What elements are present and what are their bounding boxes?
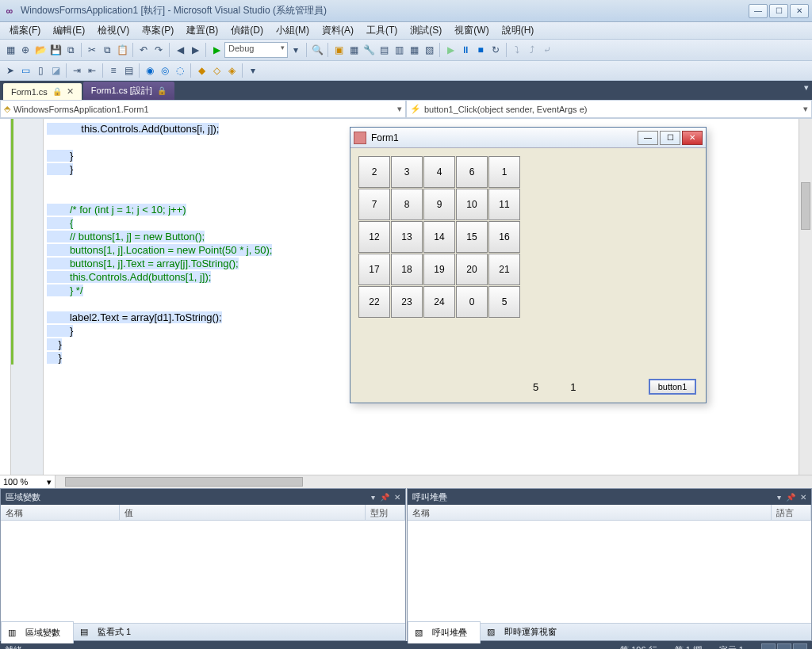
close-button[interactable]: ✕: [790, 4, 809, 18]
menu-window[interactable]: 視窗(W): [448, 22, 495, 39]
menu-team[interactable]: 小組(M): [270, 22, 316, 39]
start-icon[interactable]: ▶: [209, 43, 224, 57]
grid-button[interactable]: 6: [456, 156, 488, 188]
undo-icon[interactable]: ↶: [136, 43, 151, 57]
grid-button[interactable]: 22: [358, 286, 390, 318]
grid-button[interactable]: 1: [488, 156, 520, 188]
comment-icon[interactable]: ▭: [18, 63, 33, 78]
col-name[interactable]: 名稱: [1, 505, 120, 520]
horizontal-scrollbar[interactable]: [56, 475, 812, 488]
panel-body[interactable]: [1, 521, 405, 623]
grid-button[interactable]: 10: [456, 189, 488, 220]
minimize-button[interactable]: —: [749, 4, 768, 18]
tab-watch[interactable]: ▤ 監看式 1: [74, 621, 144, 643]
grid-button[interactable]: 2: [358, 156, 390, 188]
grid-button[interactable]: 7: [358, 189, 390, 220]
grid-button[interactable]: 15: [456, 221, 488, 253]
output-icon[interactable]: ▥: [392, 43, 406, 57]
grid-button[interactable]: 18: [391, 254, 423, 285]
panel-header[interactable]: 區域變數 ▾ 📌 ✕: [1, 489, 405, 505]
dropdown-icon[interactable]: ▾: [777, 493, 781, 502]
form-minimize-button[interactable]: —: [638, 131, 658, 145]
class-view-icon[interactable]: ▤: [377, 43, 391, 57]
panel-header[interactable]: 呼叫堆疊 ▾ 📌 ✕: [408, 489, 812, 505]
status-icon-2[interactable]: [777, 643, 791, 649]
grid-button[interactable]: 24: [423, 286, 455, 318]
grid-button[interactable]: 0: [456, 286, 488, 318]
grid-button[interactable]: 14: [423, 221, 455, 253]
nav-back-icon[interactable]: ◀: [173, 43, 187, 57]
pointer-icon[interactable]: ➤: [3, 63, 17, 78]
grid-button[interactable]: 9: [423, 189, 455, 220]
menu-view[interactable]: 檢視(V): [91, 22, 136, 39]
continue-icon[interactable]: ▶: [443, 43, 458, 57]
error-list-icon[interactable]: ▦: [407, 43, 421, 57]
button1[interactable]: button1: [649, 379, 696, 395]
vertical-scrollbar[interactable]: [799, 119, 812, 475]
step-out-icon[interactable]: ⤶: [540, 43, 554, 57]
zoom-dropdown[interactable]: 100 %▾: [0, 475, 56, 488]
copy-icon[interactable]: ⧉: [100, 43, 114, 57]
blue-icon-2[interactable]: ◎: [158, 63, 172, 78]
pin-icon[interactable]: 🔒: [52, 87, 62, 96]
grid-button[interactable]: 13: [391, 221, 423, 253]
menu-build[interactable]: 建置(B): [180, 22, 224, 39]
region-icon[interactable]: ▤: [121, 63, 136, 78]
grid-button[interactable]: 12: [358, 221, 390, 253]
close-icon[interactable]: ✕: [394, 493, 400, 502]
tab-form1-cs[interactable]: Form1.cs 🔒 ✕: [3, 83, 82, 100]
orange-icon-2[interactable]: ◇: [209, 63, 224, 78]
menu-data[interactable]: 資料(A): [316, 22, 360, 39]
config-dropdown[interactable]: Debug: [224, 42, 288, 58]
col-name[interactable]: 名稱: [408, 505, 772, 520]
pin-icon[interactable]: 📌: [786, 493, 795, 502]
save-icon[interactable]: 💾: [48, 43, 63, 57]
maximize-button[interactable]: ☐: [769, 4, 788, 18]
grid-button[interactable]: 20: [456, 254, 488, 285]
pause-icon[interactable]: ⏸: [458, 43, 473, 57]
menu-test[interactable]: 測試(S): [404, 22, 448, 39]
col-lang[interactable]: 語言: [772, 505, 811, 520]
panel-body[interactable]: [408, 521, 812, 623]
menu-project[interactable]: 專案(P): [136, 22, 180, 39]
stop-icon[interactable]: ■: [473, 43, 488, 57]
blue-icon-3[interactable]: ◌: [173, 63, 187, 78]
grid-button[interactable]: 4: [423, 156, 455, 188]
tab-locals[interactable]: ▥ 區域變數: [1, 621, 74, 643]
grid-button[interactable]: 23: [391, 286, 423, 318]
grid-button[interactable]: 21: [488, 254, 520, 285]
close-icon[interactable]: ✕: [800, 493, 806, 502]
add-item-icon[interactable]: ⊕: [18, 43, 33, 57]
bookmark-icon[interactable]: ◪: [48, 63, 63, 78]
solution-icon[interactable]: ▣: [331, 43, 346, 57]
grid-button[interactable]: 17: [358, 254, 390, 285]
step-into-icon[interactable]: ⤵: [510, 43, 524, 57]
form-titlebar[interactable]: Form1 — ☐ ✕: [350, 128, 706, 148]
grid-button[interactable]: 3: [391, 156, 423, 188]
form-close-button[interactable]: ✕: [682, 131, 703, 145]
menu-help[interactable]: 說明(H): [496, 22, 541, 39]
blue-icon-1[interactable]: ◉: [143, 63, 157, 78]
open-icon[interactable]: 📂: [33, 43, 48, 57]
tab-overflow[interactable]: ▾: [804, 82, 809, 93]
menu-debug[interactable]: 偵錯(D): [224, 22, 270, 39]
menu-edit[interactable]: 編輯(E): [47, 22, 91, 39]
method-dropdown[interactable]: ⚡ button1_Click(object sender, EventArgs…: [406, 100, 812, 118]
task-list-icon[interactable]: ▧: [422, 43, 436, 57]
menu-tools[interactable]: 工具(T): [360, 22, 404, 39]
class-dropdown[interactable]: ⬘ WindowsFormsApplication1.Form1: [0, 100, 406, 118]
form-maximize-button[interactable]: ☐: [660, 131, 680, 145]
format-icon[interactable]: ≡: [106, 63, 121, 78]
restart-icon[interactable]: ↻: [488, 43, 503, 57]
uncomment-icon[interactable]: ▯: [33, 63, 48, 78]
grid-button[interactable]: 16: [488, 221, 520, 253]
orange-icon-1[interactable]: ◆: [194, 63, 209, 78]
col-type[interactable]: 型別: [366, 505, 405, 520]
nav-fwd-icon[interactable]: ▶: [188, 43, 202, 57]
grid-button[interactable]: 19: [423, 254, 455, 285]
tab-callstack[interactable]: ▧ 呼叫堆疊: [408, 621, 481, 643]
grid-button[interactable]: 8: [391, 189, 423, 220]
new-project-icon[interactable]: ▦: [3, 43, 17, 57]
status-icon-3[interactable]: [793, 643, 807, 649]
tab-form1-design[interactable]: Form1.cs [設計] 🔒: [83, 82, 174, 100]
